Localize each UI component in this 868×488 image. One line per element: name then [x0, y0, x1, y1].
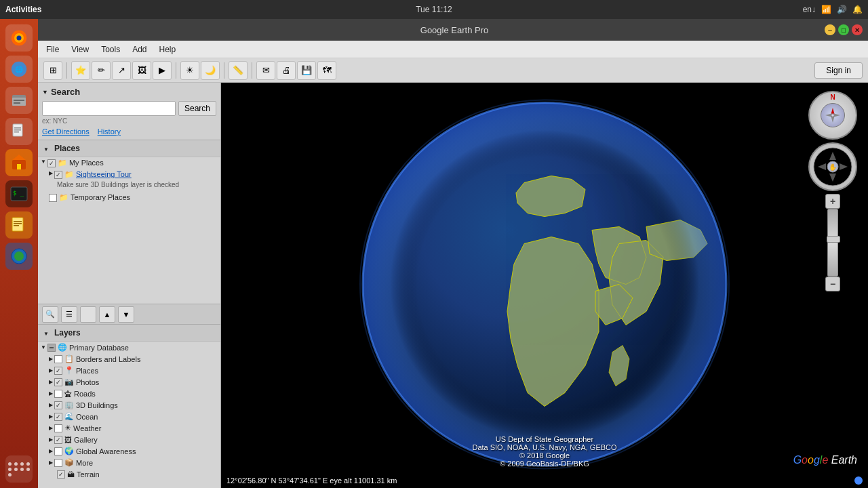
primary-db-item[interactable]: 🌐 Primary Database: [38, 342, 220, 353]
svg-rect-8: [14, 102, 20, 104]
list-view-btn[interactable]: ☰: [61, 306, 77, 323]
navigation-controls: N: [808, 91, 857, 291]
save-image-btn[interactable]: 💾: [297, 61, 316, 80]
menu-file[interactable]: File: [41, 43, 64, 56]
zoom-handle[interactable]: [827, 236, 840, 243]
places-layer-checkbox[interactable]: [54, 367, 62, 375]
more-checkbox[interactable]: [54, 459, 62, 467]
history-link[interactable]: History: [98, 127, 121, 136]
ocean-checkbox[interactable]: [54, 413, 62, 421]
network-icon[interactable]: 🌐: [5, 56, 33, 83]
gallery-checkbox[interactable]: [54, 436, 62, 444]
placemark-btn[interactable]: ⭐: [71, 61, 90, 80]
globe-svg[interactable]: [355, 95, 734, 474]
wifi-icon[interactable]: 📶: [821, 5, 831, 14]
gallery-item[interactable]: 🖼 Gallery: [46, 434, 220, 445]
blank-btn[interactable]: [80, 306, 96, 323]
compass-inner[interactable]: [821, 103, 845, 127]
menu-help[interactable]: Help: [154, 43, 182, 56]
sky-btn[interactable]: 🌙: [201, 61, 220, 80]
zoom-slider[interactable]: [827, 209, 838, 277]
compass[interactable]: N: [808, 91, 857, 140]
globe-area[interactable]: N: [221, 83, 868, 488]
notes-icon[interactable]: [5, 211, 33, 239]
status-bar: 12°02'56.80" N 53°47'34.61" E eye alt 11…: [221, 473, 868, 488]
dots-icon[interactable]: [5, 455, 33, 483]
3d-checkbox[interactable]: [54, 401, 62, 409]
sun-btn[interactable]: ☀: [180, 61, 199, 80]
primary-db-expand-icon: [41, 344, 46, 350]
more-item[interactable]: 📦 More: [46, 457, 220, 468]
firefox-icon[interactable]: [5, 24, 33, 52]
maps-btn[interactable]: 🗺: [317, 61, 336, 80]
svg-marker-33: [825, 113, 833, 117]
ruler-btn[interactable]: 📏: [229, 61, 248, 80]
lang-indicator[interactable]: en↓: [803, 5, 816, 14]
grid-btn[interactable]: ⊞: [43, 61, 62, 80]
activities-label[interactable]: Activities: [5, 5, 41, 14]
terminal-icon[interactable]: $ _: [5, 180, 33, 207]
global-awareness-label: Global Awareness: [76, 447, 136, 455]
borders-expand-icon: [49, 356, 53, 362]
tour-btn[interactable]: ▶: [153, 61, 172, 80]
roads-item[interactable]: 🛣 Roads: [46, 388, 220, 399]
3d-buildings-item[interactable]: 🏢 3D Buildings: [46, 399, 220, 411]
my-places-item[interactable]: 📁 My Places: [38, 157, 220, 169]
zoom-out-button[interactable]: −: [825, 277, 840, 291]
notification-icon[interactable]: 🔔: [852, 5, 863, 14]
photos-checkbox[interactable]: [54, 378, 62, 386]
menu-tools[interactable]: Tools: [96, 43, 125, 56]
weather-item[interactable]: ☀ Weather: [46, 422, 220, 434]
places-header[interactable]: Places: [38, 140, 220, 157]
store-icon[interactable]: [5, 149, 33, 176]
primary-db-checkbox[interactable]: [47, 344, 56, 352]
sightseeing-label[interactable]: Sightseeing Tour: [76, 170, 132, 178]
temporary-places-item[interactable]: 📁 Temporary Places: [38, 192, 220, 203]
global-awareness-item[interactable]: 🌍 Global Awareness: [46, 445, 220, 457]
gallery-label: Gallery: [74, 436, 98, 444]
more-label: More: [76, 459, 93, 467]
sign-in-button[interactable]: Sign in: [814, 62, 863, 79]
move-down-btn[interactable]: ▼: [118, 306, 134, 323]
my-places-checkbox[interactable]: [47, 159, 56, 167]
get-directions-link[interactable]: Get Directions: [42, 127, 90, 136]
terrain-item[interactable]: 🏔 Terrain: [46, 468, 220, 480]
borders-item[interactable]: 📋 Borders and Labels: [46, 353, 220, 365]
ocean-item[interactable]: 🌊 Ocean: [46, 411, 220, 422]
ge-logo: Google Earth: [793, 454, 857, 466]
search-tool-btn[interactable]: 🔍: [42, 306, 58, 323]
borders-checkbox[interactable]: [54, 355, 62, 363]
search-button[interactable]: Search: [178, 101, 216, 116]
menu-add[interactable]: Add: [127, 43, 152, 56]
zoom-in-button[interactable]: +: [825, 194, 840, 209]
google-earth-icon[interactable]: [5, 243, 33, 270]
places-layer-item[interactable]: 📍 Places: [46, 365, 220, 376]
move-up-btn[interactable]: ▲: [99, 306, 115, 323]
weather-checkbox[interactable]: [54, 424, 62, 432]
places-expand-icon: [43, 144, 49, 153]
global-checkbox[interactable]: [54, 447, 62, 455]
documents-icon[interactable]: [5, 118, 33, 145]
layers-header[interactable]: Layers: [38, 325, 220, 342]
maximize-button[interactable]: □: [838, 24, 849, 35]
path-btn[interactable]: ↗: [112, 61, 131, 80]
menu-view[interactable]: View: [66, 43, 94, 56]
sightseeing-checkbox[interactable]: [54, 171, 62, 179]
files-icon[interactable]: [5, 87, 33, 114]
print-btn[interactable]: 🖨: [277, 61, 296, 80]
search-input[interactable]: [42, 101, 176, 116]
sightseeing-item[interactable]: 📁 Sightseeing Tour: [46, 169, 220, 180]
photos-item[interactable]: 📷 Photos: [46, 376, 220, 388]
volume-icon[interactable]: 🔊: [837, 5, 847, 14]
close-button[interactable]: ✕: [852, 24, 863, 35]
image-overlay-btn[interactable]: 🖼: [132, 61, 151, 80]
temporary-places-checkbox[interactable]: [49, 194, 57, 202]
minimize-button[interactable]: –: [825, 24, 835, 35]
roads-checkbox[interactable]: [54, 390, 62, 398]
polygon-btn[interactable]: ✏: [92, 61, 111, 80]
email-btn[interactable]: ✉: [256, 61, 275, 80]
layers-expand-icon: [43, 328, 49, 338]
terrain-checkbox[interactable]: [57, 470, 65, 479]
collapse-search-arrow[interactable]: ▼: [42, 89, 48, 96]
pan-control[interactable]: ✋: [808, 142, 857, 191]
